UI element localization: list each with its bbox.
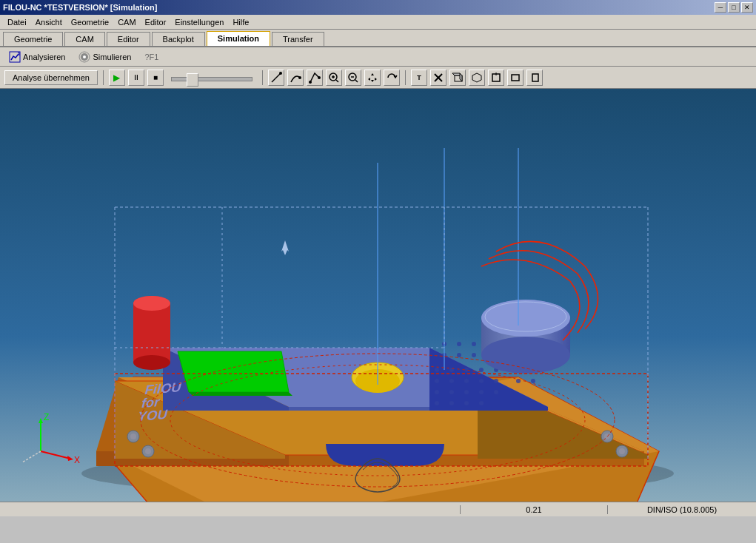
pause-button[interactable]: ⏸ [128,70,144,86]
zoom-in-btn[interactable] [326,70,342,86]
svg-point-56 [449,379,454,383]
rotate-btn[interactable] [384,70,400,86]
analysieren-icon [9,51,21,63]
svg-marker-23 [472,73,481,82]
svg-point-58 [479,379,484,383]
menu-bar: Datei Ansicht Geometrie CAM Editor Einst… [0,15,756,30]
help-button[interactable]: ?F1 [140,50,163,64]
svg-marker-44 [189,392,292,396]
svg-text:Z: Z [44,412,49,422]
svg-point-70 [457,353,461,357]
front-view-btn[interactable] [507,70,523,86]
tab-cam[interactable]: CAM [64,32,104,46]
toolbar2: Analyse übernehmen ▶ ⏸ ■ T [0,67,756,89]
close-button[interactable]: ✕ [741,2,753,13]
svg-point-60 [435,390,439,394]
svg-point-55 [435,379,439,383]
svg-point-76 [472,342,476,346]
simulieren-icon [78,51,90,63]
svg-line-16 [355,80,358,82]
slider-thumb[interactable] [187,73,198,87]
svg-point-52 [464,368,469,372]
svg-point-82 [516,379,521,383]
separator1 [103,70,104,85]
svg-point-98 [145,448,151,454]
svg-point-7 [279,72,282,75]
svg-point-62 [464,390,469,394]
tab-geometrie[interactable]: Geometrie [3,32,63,46]
svg-line-6 [272,73,281,82]
svg-point-5 [83,55,86,58]
iso-view-btn[interactable] [469,70,485,86]
separator3 [405,70,406,85]
analyse-ubernehmen-button[interactable]: Analyse übernehmen [4,70,98,85]
side-view-btn[interactable] [526,70,543,86]
help-label: ?F1 [144,53,158,61]
maximize-button[interactable]: □ [728,2,740,13]
status-bar: 0.21 DIN/ISO (10.8.005) [0,502,756,516]
zoom-out-btn[interactable] [345,70,361,86]
svg-point-61 [449,390,454,394]
analysieren-button[interactable]: Analysieren [4,49,70,65]
svg-point-63 [479,390,484,394]
svg-point-50 [435,368,439,372]
tab-editor[interactable]: Editor [107,32,150,46]
delete-view-btn[interactable] [430,70,446,86]
separator2 [262,70,263,85]
svg-point-65 [435,401,439,405]
svg-point-9 [309,81,312,84]
svg-point-100 [619,448,625,454]
svg-point-75 [457,342,461,346]
title-bar: FILOU-NC *TESTVERSION* [Simulation] ─ □ … [0,0,756,15]
svg-point-67 [464,401,469,405]
analysieren-label: Analysieren [23,53,65,61]
svg-point-10 [318,76,321,79]
svg-point-64 [494,390,498,394]
svg-line-12 [336,80,338,82]
svg-point-66 [449,401,454,405]
view-line-btn[interactable] [268,70,284,86]
menu-geometrie[interactable]: Geometrie [67,16,113,28]
svg-point-94 [130,434,136,439]
menu-einstellungen[interactable]: Einstellungen [170,16,228,28]
svg-point-71 [472,353,476,357]
toolbar1: Analysieren Simulieren ?F1 [0,47,756,67]
3d-viewport[interactable]: FilOU for YOU [0,89,756,502]
menu-ansicht[interactable]: Ansicht [31,16,67,28]
stop-button[interactable]: ■ [147,70,164,86]
svg-point-92 [133,296,170,311]
3d-view-btn[interactable] [449,70,466,86]
menu-cam[interactable]: CAM [113,16,140,28]
title-text: FILOU-NC *TESTVERSION* [Simulation] [3,3,157,12]
svg-point-91 [133,355,170,370]
view-path-btn[interactable] [307,70,323,86]
svg-point-8 [298,76,301,79]
play-button[interactable]: ▶ [109,70,125,86]
svg-marker-43 [178,351,289,392]
svg-point-59 [494,379,498,383]
text-view-btn[interactable]: T [411,70,427,86]
pan-btn[interactable] [364,70,381,86]
svg-point-83 [531,379,535,383]
svg-marker-90 [133,303,170,362]
svg-rect-27 [532,74,538,81]
svg-point-53 [479,368,484,372]
view-arc-btn[interactable] [287,70,304,86]
tab-backplot[interactable]: Backplot [152,32,205,46]
simulieren-button[interactable]: Simulieren [74,49,136,65]
svg-point-57 [464,379,469,383]
simulieren-label: Simulieren [93,53,131,61]
tab-bar: Geometrie CAM Editor Backplot Simulation… [0,30,756,47]
top-view-btn[interactable] [488,70,504,86]
window-controls: ─ □ ✕ [715,2,753,13]
tab-simulation[interactable]: Simulation [207,31,270,46]
menu-hilfe[interactable]: Hilfe [228,16,253,28]
svg-point-86 [481,337,570,374]
minimize-button[interactable]: ─ [715,2,726,13]
scene-svg: FilOU for YOU [0,89,756,502]
tab-transfer[interactable]: Transfer [272,32,324,46]
progress-slider[interactable] [171,73,252,81]
status-right: DIN/ISO (10.8.005) [608,505,756,514]
menu-editor[interactable]: Editor [141,16,171,28]
menu-datei[interactable]: Datei [3,16,31,28]
